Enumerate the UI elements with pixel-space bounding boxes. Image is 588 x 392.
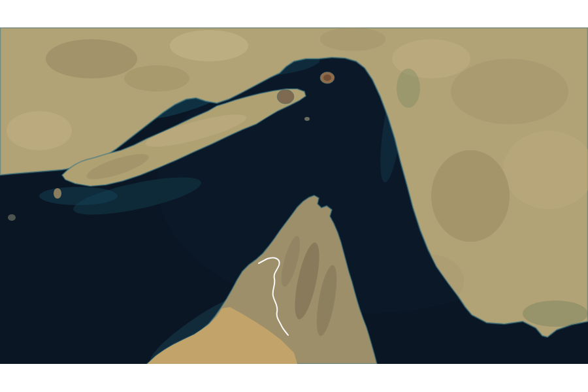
map-viewport[interactable] [0,27,588,364]
vessel-markers-layer [0,27,588,364]
screenshot-frame [0,0,588,392]
